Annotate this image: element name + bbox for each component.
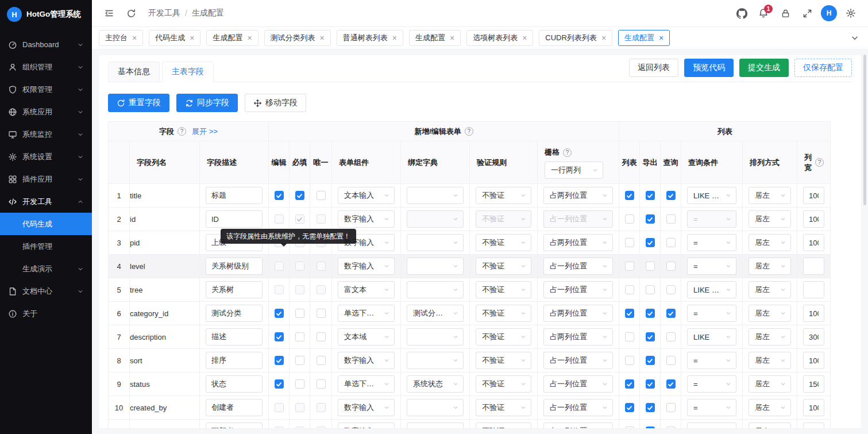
field-desc-input[interactable]: [206, 423, 263, 428]
help-icon[interactable]: ?: [465, 127, 473, 136]
export-checkbox[interactable]: [646, 309, 655, 318]
bind-dict-select[interactable]: [407, 328, 464, 345]
sidebar-item-system-settings[interactable]: 系统设置: [0, 145, 92, 168]
sort-align-select[interactable]: 居左: [749, 375, 791, 393]
bind-dict-select[interactable]: [407, 399, 464, 416]
export-checkbox[interactable]: [646, 427, 655, 428]
submit-generate-button[interactable]: 提交生成: [739, 59, 789, 77]
tab-close-icon[interactable]: ×: [320, 34, 325, 42]
lock-icon[interactable]: [776, 4, 794, 22]
query-condition-select[interactable]: =: [687, 352, 736, 369]
query-condition-select[interactable]: =: [687, 258, 736, 275]
field-desc-input[interactable]: [206, 210, 263, 228]
bind-dict-select[interactable]: [407, 210, 464, 228]
bind-dict-select[interactable]: 测试分类选项: [407, 305, 464, 322]
edit-checkbox[interactable]: [275, 379, 284, 389]
export-checkbox[interactable]: [646, 356, 655, 365]
required-checkbox[interactable]: [295, 403, 304, 412]
field-desc-input[interactable]: [206, 399, 263, 416]
bind-dict-select[interactable]: [407, 281, 464, 298]
edit-checkbox[interactable]: [275, 403, 284, 412]
unique-checkbox[interactable]: [317, 309, 326, 318]
sidebar-item-organization[interactable]: 组织管理: [0, 56, 92, 78]
required-checkbox[interactable]: [295, 427, 304, 428]
sort-align-select[interactable]: 居左: [749, 352, 791, 369]
edit-checkbox[interactable]: [275, 191, 284, 200]
unique-checkbox[interactable]: [317, 191, 326, 200]
bind-dict-select[interactable]: [407, 234, 464, 251]
list-checkbox[interactable]: [625, 238, 634, 247]
form-component-select[interactable]: 数字输入: [338, 210, 395, 228]
validation-rule-select[interactable]: 不验证: [476, 258, 531, 275]
query-checkbox[interactable]: [666, 356, 676, 365]
validation-rule-select[interactable]: 不验证: [476, 234, 531, 251]
grid-span-select[interactable]: 占两列位置: [543, 187, 613, 204]
user-avatar[interactable]: H: [821, 5, 837, 21]
field-desc-input[interactable]: [206, 328, 263, 345]
expand-link[interactable]: 展开 >>: [192, 126, 218, 137]
unique-checkbox[interactable]: [317, 427, 326, 428]
card-tab-basic-info[interactable]: 基本信息: [108, 62, 160, 82]
field-desc-input[interactable]: [206, 258, 263, 275]
sort-align-select[interactable]: 居左: [749, 423, 791, 428]
unique-checkbox[interactable]: [317, 332, 326, 341]
required-checkbox[interactable]: [295, 379, 304, 389]
grid-span-select[interactable]: 占两列位置: [543, 234, 613, 251]
bind-dict-select[interactable]: [407, 352, 464, 369]
unique-checkbox[interactable]: [317, 403, 326, 412]
page-tab[interactable]: 主控台×: [99, 30, 143, 46]
unique-checkbox[interactable]: [317, 356, 326, 365]
save-config-only-button[interactable]: 仅保存配置: [794, 59, 852, 77]
sidebar-item-dashboard[interactable]: Dashboard: [0, 33, 92, 56]
grid-span-select[interactable]: 占一列位置: [543, 423, 613, 428]
unique-checkbox[interactable]: [317, 379, 326, 389]
tab-close-icon[interactable]: ×: [190, 34, 194, 42]
form-component-select[interactable]: 单选下拉框: [338, 375, 395, 393]
sidebar-item-code-generation[interactable]: 代码生成: [0, 213, 92, 235]
tab-close-icon[interactable]: ×: [450, 34, 454, 42]
sort-align-select[interactable]: 居左: [749, 305, 791, 322]
page-tab[interactable]: 生成配置×: [409, 30, 461, 46]
query-checkbox[interactable]: [666, 403, 676, 412]
query-condition-select[interactable]: LIKE %...%: [687, 187, 736, 204]
required-checkbox[interactable]: [295, 356, 304, 365]
validation-rule-select[interactable]: 不验证: [476, 210, 531, 228]
sidebar-item-plugin-app[interactable]: 插件应用: [0, 168, 92, 190]
grid-span-select[interactable]: 占两列位置: [543, 305, 613, 322]
help-icon[interactable]: ?: [815, 158, 824, 167]
field-desc-input[interactable]: [206, 375, 263, 393]
required-checkbox[interactable]: [295, 332, 304, 341]
edit-checkbox[interactable]: [275, 214, 284, 224]
grid-span-select[interactable]: 占一列位置: [543, 399, 613, 416]
export-checkbox[interactable]: [646, 379, 655, 389]
reset-fields-button[interactable]: 重置字段: [108, 94, 169, 112]
page-tab[interactable]: 测试分类列表×: [264, 30, 331, 46]
back-list-button[interactable]: 返回列表: [629, 59, 678, 77]
validation-rule-select[interactable]: 不验证: [476, 305, 531, 322]
query-condition-select[interactable]: =: [687, 210, 736, 228]
column-width-input[interactable]: [803, 328, 824, 345]
tabs-dropdown-chevron-icon[interactable]: [848, 32, 861, 44]
grid-span-select[interactable]: 占一列位置: [543, 258, 613, 275]
page-tab[interactable]: 选项树表列表×: [466, 30, 533, 46]
tab-close-icon[interactable]: ×: [659, 34, 663, 42]
unique-checkbox[interactable]: [317, 285, 326, 294]
tab-close-icon[interactable]: ×: [392, 34, 397, 42]
column-width-input[interactable]: [803, 305, 824, 322]
sort-align-select[interactable]: 居左: [749, 281, 791, 298]
required-checkbox[interactable]: [295, 214, 304, 224]
page-tab[interactable]: 代码生成×: [149, 30, 200, 46]
sort-align-select[interactable]: 居左: [749, 328, 791, 345]
column-width-input[interactable]: [803, 187, 824, 204]
form-component-select[interactable]: 数字输入: [338, 423, 395, 428]
form-component-select[interactable]: 单选下拉框: [338, 305, 395, 322]
query-checkbox[interactable]: [666, 191, 676, 200]
tab-close-icon[interactable]: ×: [522, 34, 527, 42]
settings-gear-icon[interactable]: [842, 4, 860, 22]
export-checkbox[interactable]: [646, 238, 655, 247]
github-icon[interactable]: [732, 4, 751, 22]
validation-rule-select[interactable]: 不验证: [476, 375, 531, 393]
list-checkbox[interactable]: [625, 214, 634, 224]
column-width-input[interactable]: [803, 281, 824, 298]
sort-align-select[interactable]: 居左: [749, 234, 791, 251]
